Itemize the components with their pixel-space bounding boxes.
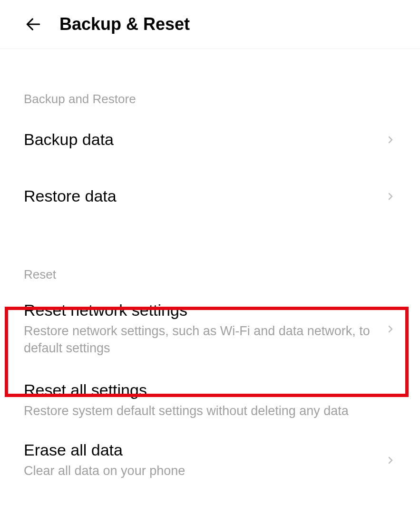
section-header-reset: Reset: [24, 267, 396, 282]
list-item-title: Backup data: [24, 130, 380, 149]
chevron-right-icon: [385, 455, 396, 466]
section-header-backup-restore: Backup and Restore: [24, 92, 396, 107]
reset-all-settings-item[interactable]: Reset all settings Restore system defaul…: [24, 369, 396, 429]
list-item-subtitle: Restore network settings, such as Wi-Fi …: [24, 322, 380, 357]
chevron-right-icon: [385, 191, 396, 202]
page-title: Backup & Reset: [59, 14, 190, 34]
list-item-title: Reset all settings: [24, 381, 396, 399]
list-item-title: Erase all data: [24, 441, 380, 459]
erase-all-data-item[interactable]: Erase all data Clear all data on your ph…: [24, 429, 396, 489]
list-item-title: Reset network settings: [24, 301, 380, 320]
list-item-text: Reset network settings Restore network s…: [24, 301, 380, 357]
restore-data-item[interactable]: Restore data: [24, 168, 396, 224]
list-item-text: Backup data: [24, 130, 380, 149]
list-item-text: Restore data: [24, 187, 380, 205]
list-item-subtitle: Restore system default settings without …: [24, 402, 396, 419]
reset-network-settings-item[interactable]: Reset network settings Restore network s…: [24, 287, 396, 369]
chevron-right-icon: [385, 323, 396, 335]
arrow-left-icon: [24, 15, 42, 33]
list-item-subtitle: Clear all data on your phone: [24, 462, 380, 479]
chevron-right-icon: [385, 134, 396, 146]
list-item-text: Erase all data Clear all data on your ph…: [24, 441, 380, 479]
content-area: Backup and Restore Backup data Restore d…: [0, 92, 420, 489]
header-bar: Backup & Reset: [0, 0, 420, 49]
list-item-text: Reset all settings Restore system defaul…: [24, 381, 396, 419]
back-button[interactable]: [24, 15, 43, 34]
list-item-title: Restore data: [24, 187, 380, 205]
backup-data-item[interactable]: Backup data: [24, 111, 396, 168]
